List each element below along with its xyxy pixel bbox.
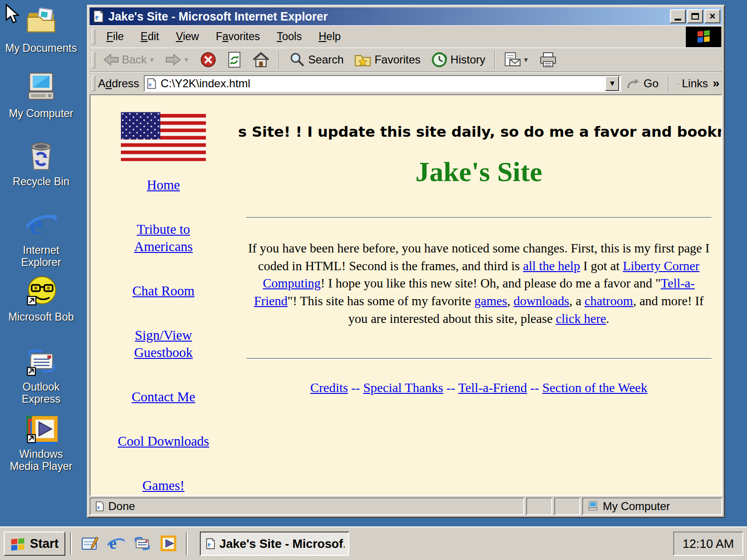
print-button[interactable]: [535, 49, 562, 70]
liberty-corner-computing-link[interactable]: Liberty Corner Computing: [263, 259, 699, 291]
menu-grip[interactable]: [92, 29, 95, 44]
outlook-express-icon: [24, 344, 58, 378]
clock-text: 12:10 AM: [683, 537, 734, 551]
games-link[interactable]: games: [474, 294, 507, 308]
intro-paragraph: If you have been here before, you have n…: [246, 239, 712, 327]
title-bar[interactable]: e Jake's Site - Microsoft Internet Explo…: [90, 7, 722, 25]
address-dropdown-button[interactable]: ▼: [605, 76, 619, 91]
back-button[interactable]: Back ▼: [99, 50, 160, 70]
nav-link-contact-me[interactable]: Contact Me: [132, 388, 195, 406]
ie-window: e Jake's Site - Microsoft Internet Explo…: [87, 5, 725, 518]
quicklaunch-media-player[interactable]: [158, 533, 178, 554]
address-input[interactable]: e C:\Y2K\index.html ▼: [144, 75, 621, 92]
quicklaunch-internet-explorer[interactable]: e: [106, 533, 126, 554]
home-icon: [252, 51, 270, 68]
search-label: Search: [308, 53, 344, 66]
nav-link-cool-downloads[interactable]: Cool Downloads: [118, 433, 209, 450]
address-label: Address: [98, 77, 139, 90]
svg-text:e: e: [29, 208, 42, 240]
address-grip[interactable]: [92, 76, 95, 91]
desktop-icon-my-computer[interactable]: My Computer: [4, 71, 78, 119]
mail-dropdown-icon[interactable]: ▼: [523, 56, 529, 63]
chevron-down-icon: ▼: [609, 79, 616, 88]
nav-link-chat-room[interactable]: Chat Room: [133, 282, 195, 300]
click-here-link[interactable]: click here: [556, 311, 606, 326]
minimize-button[interactable]: [670, 9, 686, 23]
nav-link-home[interactable]: Home: [147, 176, 180, 194]
stop-icon: [200, 51, 217, 68]
taskbar-separator: [186, 532, 188, 555]
my-documents-icon: [24, 6, 58, 39]
toolbar-grip[interactable]: [92, 52, 95, 68]
links-grip[interactable]: [676, 83, 679, 84]
links-chevron-icon[interactable]: »: [713, 76, 719, 91]
address-url: C:\Y2K\index.html: [161, 77, 605, 90]
forward-button[interactable]: ▼: [161, 50, 194, 70]
back-dropdown-icon[interactable]: ▼: [148, 56, 155, 63]
downloads-link[interactable]: downloads: [514, 294, 569, 308]
links-label: Links: [682, 77, 708, 90]
svg-text:e: e: [207, 541, 210, 548]
ie-throbber-windows-logo: [686, 27, 721, 47]
system-tray-clock[interactable]: 12:10 AM: [673, 532, 743, 556]
windows-logo-icon: [10, 537, 26, 551]
desktop-icon-windows-media-player[interactable]: Windows Media Player: [4, 412, 78, 473]
desktop-icon-outlook-express[interactable]: Outlook Express: [4, 344, 78, 406]
history-button[interactable]: History: [426, 49, 490, 71]
status-pane-empty: [554, 497, 580, 515]
desktop-icon-label: Outlook Express: [21, 381, 60, 406]
nav-link-games[interactable]: Games!: [142, 477, 184, 495]
horizontal-rule: [246, 358, 712, 360]
go-icon: [627, 77, 641, 90]
links-bar[interactable]: Links »: [673, 76, 723, 91]
chatroom-link[interactable]: chatroom: [585, 294, 633, 308]
search-button[interactable]: Search: [284, 49, 348, 71]
nav-link-sign-view-guestbook[interactable]: Sign/View Guestbook: [134, 327, 193, 362]
go-button[interactable]: Go: [621, 77, 664, 90]
menu-tools[interactable]: Tools: [268, 28, 310, 46]
menu-favorites[interactable]: Favorites: [207, 28, 268, 46]
desktop-icon-label: Windows Media Player: [10, 448, 72, 473]
mail-button[interactable]: ▼: [500, 49, 534, 70]
quicklaunch-show-desktop[interactable]: [79, 533, 100, 554]
footer-link-tell-a-friend-footer[interactable]: Tell-a-Friend: [458, 380, 527, 395]
menu-edit[interactable]: Edit: [132, 28, 168, 46]
status-zone-text: My Computer: [603, 500, 670, 513]
history-label: History: [451, 53, 486, 66]
menu-file[interactable]: File: [98, 28, 132, 46]
address-page-icon: e: [146, 77, 157, 90]
taskbar-task-jakes-site[interactable]: e Jake's Site - Microsof...: [200, 532, 349, 556]
forward-dropdown-icon[interactable]: ▼: [183, 56, 190, 63]
quicklaunch-outlook-express[interactable]: [132, 533, 152, 554]
start-button[interactable]: Start: [4, 532, 65, 556]
desktop-icon-microsoft-bob[interactable]: Microsoft Bob: [4, 274, 78, 323]
favorites-button[interactable]: Favorites: [349, 49, 425, 70]
american-flag-image: [121, 112, 206, 161]
stop-button[interactable]: [195, 49, 221, 71]
desktop-icon-recycle-bin[interactable]: Recycle Bin: [4, 139, 78, 188]
desktop-icon-internet-explorer[interactable]: e Internet Explorer: [4, 208, 78, 269]
desktop: My Documents My Computer Recycle Bin e: [0, 0, 747, 560]
footer-separator: --: [527, 380, 543, 395]
footer-link-special-thanks[interactable]: Special Thanks: [363, 380, 443, 395]
nav-link-tribute-to-americans[interactable]: Tribute to Americans: [134, 221, 193, 256]
desktop-icon-label: Microsoft Bob: [8, 311, 74, 323]
footer-link-credits[interactable]: Credits: [310, 380, 348, 395]
menu-help[interactable]: Help: [310, 28, 349, 46]
back-icon: [103, 53, 119, 67]
all-the-help-link[interactable]: all the help: [523, 259, 580, 273]
close-button[interactable]: ×: [705, 9, 720, 23]
maximize-button[interactable]: [687, 9, 703, 23]
menu-view[interactable]: View: [168, 28, 207, 46]
taskbar: Start e: [0, 526, 747, 560]
footer-link-section-of-the-week[interactable]: Section of the Week: [542, 380, 647, 395]
internet-explorer-icon: e: [106, 534, 125, 553]
maximize-icon: [691, 13, 699, 20]
microsoft-bob-icon: [24, 274, 58, 308]
desktop-icon-my-documents[interactable]: My Documents: [4, 6, 78, 54]
refresh-button[interactable]: [222, 49, 247, 71]
show-desktop-icon: [80, 534, 99, 553]
close-icon: ×: [710, 10, 716, 22]
home-button[interactable]: [247, 49, 275, 71]
nav-frame: HomeTribute to AmericansChat RoomSign/Vi…: [91, 95, 236, 495]
